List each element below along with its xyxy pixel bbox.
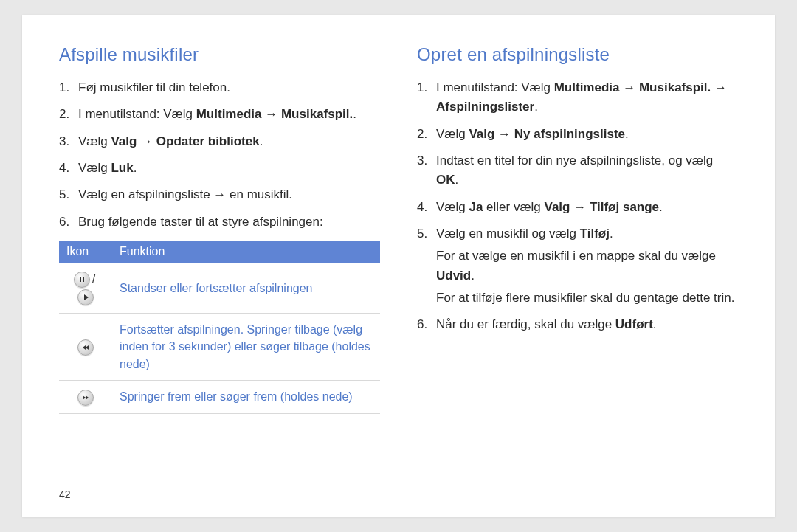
icon-pause-play: / [59, 263, 112, 314]
bold-text: Udført [615, 317, 653, 331]
icon-previous [59, 314, 112, 381]
bold-text: OK [436, 173, 455, 187]
bold-text: Multimedia [196, 107, 262, 121]
step-item: Vælg Valg → Opdater bibliotek. [59, 132, 380, 151]
function-desc: Fortsætter afspilningen. Springer tilbag… [112, 314, 380, 381]
previous-icon [77, 339, 94, 356]
steps-right: I menutilstand: Vælg Multimedia → Musika… [417, 78, 738, 335]
step-item: Brug følgende taster til at styre afspil… [59, 213, 380, 232]
th-function: Funktion [112, 241, 380, 263]
page-number: 42 [59, 488, 71, 500]
bold-text: Valg [111, 134, 137, 148]
step-subtext: For at tilføje flere musikfiler skal du … [436, 289, 738, 308]
table-row: Fortsætter afspilningen. Springer tilbag… [59, 314, 380, 381]
table-row: Springer frem eller søger frem (holdes n… [59, 380, 380, 413]
step-item: Indtast en titel for din nye afspilnings… [417, 151, 738, 190]
step-item: Vælg Ja eller vælg Valg → Tilføj sange. [417, 198, 738, 217]
bold-text: Musikafspil. [281, 107, 353, 121]
next-icon [77, 390, 94, 406]
step-item: Vælg en afspilningsliste → en musikfil. [59, 185, 380, 204]
step-item: Føj musikfiler til din telefon. [59, 78, 380, 97]
heading-create-playlist: Opret en afspilningsliste [417, 44, 738, 65]
step-item: Vælg en musikfil og vælg Tilføj.For at v… [417, 224, 738, 308]
table-row: /Standser eller fortsætter afspilningen [59, 263, 380, 314]
icon-next [59, 380, 112, 413]
step-subtext: For at vælge en musikfil i en mappe skal… [436, 246, 738, 286]
step-item: Vælg Luk. [59, 159, 380, 178]
function-desc: Standser eller fortsætter afspilningen [112, 263, 380, 314]
th-icon: Ikon [59, 241, 112, 263]
column-left: Afspille musikfiler Føj musikfiler til d… [59, 44, 380, 502]
bold-text: Tilføj [580, 227, 610, 241]
bold-text: Valg [544, 200, 570, 214]
step-item: I menutilstand: Vælg Multimedia → Musika… [417, 78, 738, 117]
play-icon [77, 289, 94, 305]
bold-text: Udvid [436, 269, 471, 283]
bold-text: Ja [469, 200, 483, 214]
controls-table: Ikon Funktion /Standser eller fortsætter… [59, 241, 380, 413]
bold-text: Valg [469, 127, 494, 141]
bold-text: Afspilningslister [436, 100, 534, 114]
bold-text: Luk [111, 161, 133, 175]
step-item: Når du er færdig, skal du vælge Udført. [417, 315, 738, 334]
bold-text: Opdater bibliotek [156, 134, 260, 148]
steps-left: Føj musikfiler til din telefon.I menutil… [59, 78, 380, 232]
manual-page: Afspille musikfiler Føj musikfiler til d… [22, 15, 775, 517]
column-right: Opret en afspilningsliste I menutilstand… [417, 44, 738, 502]
pause-icon [74, 272, 90, 288]
bold-text: Tilføj sange [590, 200, 659, 214]
bold-text: Multimedia [554, 80, 620, 94]
bold-text: Musikafspil. [639, 80, 711, 94]
bold-text: Ny afspilningsliste [514, 127, 625, 141]
icon-separator: / [92, 273, 95, 286]
step-item: I menutilstand: Vælg Multimedia → Musika… [59, 105, 380, 124]
step-item: Vælg Valg → Ny afspilningsliste. [417, 125, 738, 144]
heading-play-music: Afspille musikfiler [59, 44, 380, 65]
function-desc: Springer frem eller søger frem (holdes n… [112, 380, 380, 413]
